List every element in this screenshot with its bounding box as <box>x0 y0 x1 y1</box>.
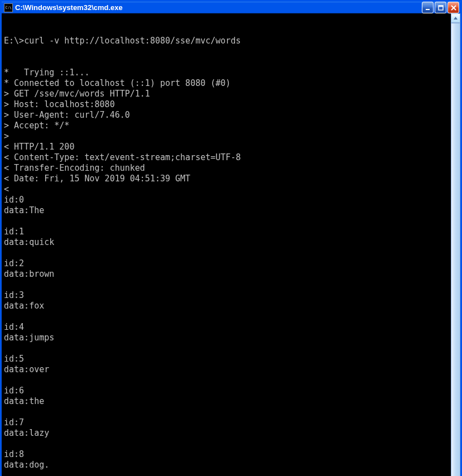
terminal-line: data:jumps <box>4 333 450 343</box>
terminal-line: id:5 <box>4 354 450 364</box>
cmd-window: C:\ C:\Windows\system32\cmd.exe E:\>curl… <box>0 0 462 476</box>
terminal-line <box>4 407 450 417</box>
terminal-line: id:0 <box>4 195 450 205</box>
cmd-icon: C:\ <box>4 3 13 12</box>
terminal-line: < HTTP/1.1 200 <box>4 142 450 152</box>
terminal-line: id:3 <box>4 290 450 301</box>
terminal-line: < <box>4 184 450 195</box>
terminal-line: id:2 <box>4 258 450 269</box>
terminal-line: < Transfer-Encoding: chunked <box>4 163 450 174</box>
terminal-line: id:1 <box>4 227 450 237</box>
vertical-scrollbar[interactable] <box>451 13 460 476</box>
terminal-line: * Trying ::1... <box>4 68 450 78</box>
terminal-line: < Date: Fri, 15 Nov 2019 04:51:39 GMT <box>4 174 450 184</box>
svg-rect-0 <box>426 9 430 10</box>
terminal-line: data:lazy <box>4 428 450 439</box>
scroll-up-button[interactable] <box>451 13 460 23</box>
terminal-line: > User-Agent: curl/7.46.0 <box>4 110 450 121</box>
terminal-line <box>4 439 450 449</box>
terminal-line <box>4 470 450 476</box>
titlebar[interactable]: C:\ C:\Windows\system32\cmd.exe <box>2 2 460 13</box>
command-text: curl -v http://localhost:8080/sse/mvc/wo… <box>24 36 240 46</box>
terminal-line <box>4 280 450 290</box>
terminal-line <box>4 216 450 227</box>
terminal-line: > Accept: */* <box>4 121 450 131</box>
terminal-line: > <box>4 131 450 142</box>
prompt: E:\> <box>4 36 24 46</box>
terminal-line: id:6 <box>4 386 450 396</box>
terminal-line: > GET /sse/mvc/words HTTP/1.1 <box>4 89 450 99</box>
terminal-line <box>4 375 450 386</box>
window-controls <box>422 2 459 13</box>
maximize-button[interactable] <box>435 2 446 13</box>
terminal-line: data:over <box>4 364 450 375</box>
window-title: C:\Windows\system32\cmd.exe <box>15 3 422 12</box>
terminal-line: < Content-Type: text/event-stream;charse… <box>4 152 450 163</box>
scrollbar-track[interactable] <box>451 23 460 476</box>
terminal-line: data:quick <box>4 237 450 248</box>
terminal-line: data:fox <box>4 301 450 311</box>
svg-rect-2 <box>439 6 443 7</box>
terminal-line: > Host: localhost:8080 <box>4 99 450 110</box>
terminal-output[interactable]: E:\>curl -v http://localhost:8080/sse/mv… <box>2 13 451 476</box>
terminal-line: id:7 <box>4 417 450 428</box>
terminal-line: * Connected to localhost (::1) port 8080… <box>4 78 450 89</box>
terminal-line: data:the <box>4 396 450 407</box>
scrollbar-thumb[interactable] <box>451 23 460 476</box>
terminal-line <box>4 311 450 322</box>
terminal-line <box>4 248 450 258</box>
close-button[interactable] <box>447 2 459 13</box>
command-line: E:\>curl -v http://localhost:8080/sse/mv… <box>4 36 450 46</box>
terminal-line: data:brown <box>4 269 450 280</box>
terminal-line <box>4 343 450 354</box>
terminal-line: data:The <box>4 205 450 216</box>
terminal-line: id:8 <box>4 449 450 460</box>
client-area: E:\>curl -v http://localhost:8080/sse/mv… <box>2 13 460 476</box>
minimize-button[interactable] <box>422 2 434 13</box>
terminal-line: data:dog. <box>4 460 450 470</box>
terminal-line: id:4 <box>4 322 450 333</box>
